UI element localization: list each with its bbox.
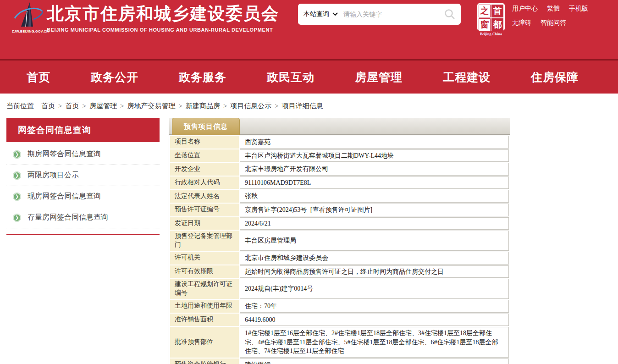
row-value: 西贤嘉苑 [240, 136, 509, 149]
nav-item-2[interactable]: 政务公开 [91, 70, 138, 85]
nav-item-7[interactable]: 住房保障 [531, 70, 579, 85]
capital-tile: 首 [491, 5, 503, 17]
table-row: 项目名称西贤嘉苑 [170, 136, 509, 149]
sidebar-item-3[interactable]: ❯现房网签合同信息查询 [6, 186, 160, 207]
nav-item-6[interactable]: 工程建设 [443, 70, 491, 85]
table-row: 许可机关北京市住房和城乡建设委员会 [170, 252, 509, 265]
row-label: 坐落位置 [170, 149, 239, 162]
breadcrumb: 当前位置首页>首页>房屋管理>房地产交易管理>新建商品房>项目信息公示>项目详细… [0, 94, 618, 118]
table-row: 开发企业北京丰璟房地产开发有限公司 [170, 163, 509, 176]
presale-info-table-body: 项目名称西贤嘉苑坐落位置丰台区卢沟桥街道大瓦窑馨城项目二期DWY-L44地块开发… [170, 136, 509, 364]
breadcrumb-label: 当前位置 [6, 102, 34, 110]
table-row: 土地用途和使用年限住宅：70年 [170, 300, 509, 313]
row-label: 预售登记备案管理部门 [170, 231, 239, 251]
row-value: 2024规自(丰)建字0014号 [240, 279, 509, 299]
table-row: 预售登记备案管理部门丰台区房屋管理局 [170, 231, 509, 251]
table-row: 许可有效期限起始时间为取得商品房预售许可证之日，终止时间为商品住房交付之日 [170, 265, 509, 278]
view-license-image-link[interactable]: [查看预售许可证图片] [309, 206, 372, 213]
row-label: 预售许可证编号 [170, 204, 239, 216]
table-row: 预售许可证编号京房售证字(2024)53号 [查看预售许可证图片] [170, 204, 509, 216]
nav-item-1[interactable]: 首页 [27, 70, 50, 85]
sidebar-item-1[interactable]: ❯期房网签合同信息查询 [6, 144, 160, 165]
sidebar-item-2[interactable]: ❯两限房项目公示 [6, 165, 160, 186]
breadcrumb-item-3[interactable]: 房屋管理 [89, 102, 117, 110]
sidebar-item-4[interactable]: ❯存量房网签合同信息查询 [6, 207, 160, 228]
arrow-circle-icon: ❯ [13, 214, 21, 222]
nav-item-3[interactable]: 政务服务 [179, 70, 226, 85]
site-logo-caption: ZJW.BEIJING.GOV.CN [12, 30, 45, 33]
search-button[interactable] [444, 9, 455, 20]
row-label: 建设工程规划许可证编号 [170, 279, 239, 299]
breadcrumb-item-5[interactable]: 新建商品房 [186, 102, 220, 110]
breadcrumb-separator: > [82, 102, 86, 110]
table-row: 准许销售面积64419.6000 [170, 314, 509, 326]
page: ZJW.BEIJING.GOV.CN 北京市住房和城乡建设委员会 BEIJING… [0, 0, 618, 364]
main-nav: 首页政务公开政务服务政民互动房屋管理工程建设住房保障 [0, 59, 618, 94]
top-link-手机版[interactable]: 手机版 [569, 5, 588, 13]
sidebar-list: ❯期房网签合同信息查询❯两限房项目公示❯现房网签合同信息查询❯存量房网签合同信息… [6, 142, 160, 235]
capital-window-logo[interactable]: 之 首 窗 都 Beijing-China [477, 3, 505, 36]
site-logo[interactable]: ZJW.BEIJING.GOV.CN [12, 2, 45, 33]
table-row: 建设工程规划许可证编号2024规自(丰)建字0014号 [170, 279, 509, 299]
row-value: 64419.6000 [240, 314, 509, 326]
breadcrumb-separator: > [178, 102, 182, 110]
table-row: 坐落位置丰台区卢沟桥街道大瓦窑馨城项目二期DWY-L44地块 [170, 149, 509, 162]
top-link-智能问答[interactable]: 智能问答 [541, 19, 566, 27]
sail-logo-icon [13, 2, 44, 28]
search-scope-label: 本站查询 [303, 10, 329, 18]
nav-item-4[interactable]: 政民互动 [267, 70, 315, 85]
top-link-繁體[interactable]: 繁體 [547, 5, 560, 13]
row-value: 北京市住房和城乡建设委员会 [240, 252, 509, 265]
presale-info-table-wrap: 项目名称西贤嘉苑坐落位置丰台区卢沟桥街道大瓦窑馨城项目二期DWY-L44地块开发… [169, 135, 510, 364]
site-header: ZJW.BEIJING.GOV.CN 北京市住房和城乡建设委员会 BEIJING… [0, 0, 618, 59]
row-value: 丰台区卢沟桥街道大瓦窑馨城项目二期DWY-L44地块 [240, 149, 509, 162]
table-row: 发证日期2024/6/21 [170, 217, 509, 230]
main-panel: 预售项目信息 项目名称西贤嘉苑坐落位置丰台区卢沟桥街道大瓦窑馨城项目二期DWY-… [169, 118, 510, 364]
site-search: 本站查询 [298, 4, 461, 25]
row-value: 建设银行 [240, 358, 509, 364]
row-value: 北京丰璟房地产开发有限公司 [240, 163, 509, 176]
breadcrumb-separator: > [275, 102, 278, 110]
row-label: 开发企业 [170, 163, 239, 176]
capital-window-grid: 之 首 窗 都 [477, 3, 505, 31]
tab-bar: 预售项目信息 [169, 118, 510, 135]
sidebar-title: 网签合同信息查询 [6, 118, 160, 142]
row-value: 1#住宅楼1层至16层全部住宅、2#住宅楼1层至18层全部住宅、3#住宅楼1层至… [240, 327, 509, 358]
search-scope-dropdown[interactable]: 本站查询 [303, 10, 338, 18]
arrow-circle-icon: ❯ [13, 171, 21, 180]
row-label: 预售资金监管银行 [170, 358, 239, 364]
breadcrumb-separator: > [120, 102, 124, 110]
top-link-无障碍[interactable]: 无障碍 [512, 19, 531, 27]
presale-info-table: 项目名称西贤嘉苑坐落位置丰台区卢沟桥街道大瓦窑馨城项目二期DWY-L44地块开发… [169, 135, 510, 364]
breadcrumb-separator: > [58, 102, 62, 110]
capital-tile: 都 [491, 18, 503, 31]
row-value: 91110106MAD9DT7E8L [240, 176, 509, 189]
row-label: 批准预售部位 [170, 327, 239, 358]
sidebar-item-label: 现房网签合同信息查询 [28, 192, 101, 201]
breadcrumb-item-4[interactable]: 房地产交易管理 [127, 102, 175, 110]
header-top-links: 用户中心繁體手机版 无障碍智能问答 [512, 5, 588, 27]
chevron-down-icon [332, 12, 338, 16]
row-label: 许可有效期限 [170, 265, 239, 278]
sidebar: 网签合同信息查询 ❯期房网签合同信息查询❯两限房项目公示❯现房网签合同信息查询❯… [6, 118, 160, 235]
site-title-en: BEIJING MUNICIPAL COMMISSION OF HOUSING … [47, 27, 279, 33]
row-label: 许可机关 [170, 252, 239, 265]
top-link-用户中心[interactable]: 用户中心 [512, 5, 538, 13]
sidebar-item-label: 期房网签合同信息查询 [28, 149, 101, 159]
breadcrumb-item-2[interactable]: 首页 [65, 102, 79, 110]
row-label: 项目名称 [170, 136, 239, 149]
capital-tile: 窗 [479, 18, 491, 31]
search-input[interactable] [343, 11, 444, 18]
nav-item-5[interactable]: 房屋管理 [355, 70, 403, 85]
row-value: 京房售证字(2024)53号 [查看预售许可证图片] [240, 204, 509, 216]
row-label: 土地用途和使用年限 [170, 300, 239, 313]
breadcrumb-item-1[interactable]: 首页 [41, 102, 55, 110]
tab-presale-info[interactable]: 预售项目信息 [172, 118, 240, 135]
breadcrumb-items: 首页>首页>房屋管理>房地产交易管理>新建商品房>项目信息公示>项目详细信息 [41, 102, 323, 110]
table-row: 批准预售部位1#住宅楼1层至16层全部住宅、2#住宅楼1层至18层全部住宅、3#… [170, 327, 509, 358]
breadcrumb-item-6[interactable]: 项目信息公示 [230, 102, 271, 110]
breadcrumb-item-7[interactable]: 项目详细信息 [282, 102, 323, 110]
row-value: 张秋 [240, 190, 509, 203]
table-row: 预售资金监管银行建设银行 [170, 358, 509, 364]
site-title: 北京市住房和城乡建设委员会 [47, 4, 279, 24]
